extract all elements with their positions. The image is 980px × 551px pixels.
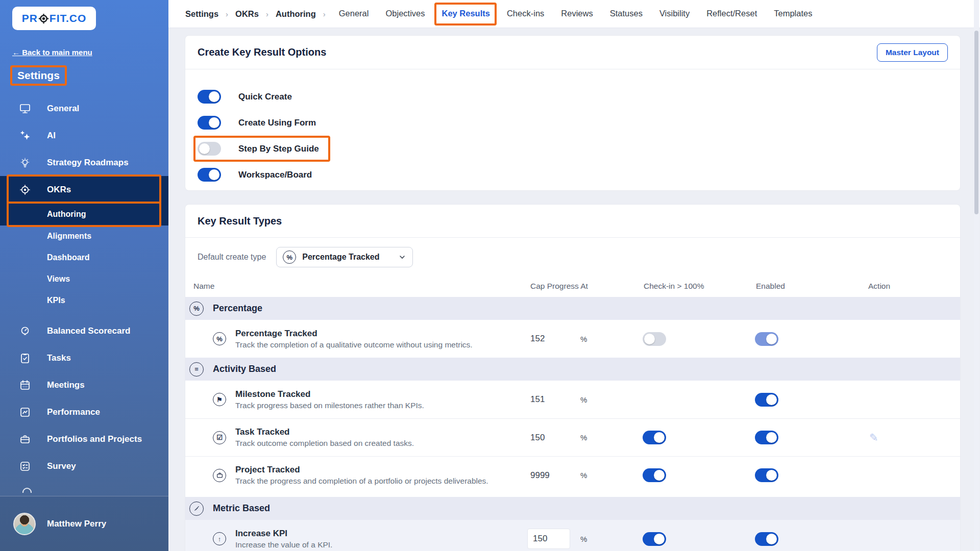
sidebar-nav: General AI Strategy Roadmaps xyxy=(0,95,168,480)
enabled-toggle[interactable] xyxy=(755,468,778,482)
sidebar-item-tasks[interactable]: Tasks xyxy=(0,344,168,371)
create-using-form-toggle[interactable] xyxy=(198,116,221,130)
row-name: Milestone Tracked xyxy=(235,389,424,399)
sidebar-item-ai[interactable]: AI xyxy=(0,122,168,149)
tab-statuses[interactable]: Statuses xyxy=(610,1,643,27)
row-name: Percentage Tracked xyxy=(235,329,473,339)
table-row-increase-kpi: ↑ Increase KPI Increase the value of a K… xyxy=(185,520,960,551)
row-description: Track progress based on milestones rathe… xyxy=(235,401,424,410)
cap-unit: % xyxy=(558,433,629,442)
sidebar-item-okrs[interactable]: OKRs xyxy=(0,176,168,203)
toggle-label: Quick Create xyxy=(238,92,292,102)
sidebar-item-label: OKRs xyxy=(47,185,71,195)
cap-unit: % xyxy=(558,395,629,404)
cap-unit: % xyxy=(558,471,629,480)
sidebar-item-balanced-scorecard[interactable]: Balanced Scorecard xyxy=(0,317,168,344)
sidebar-item-label: Survey xyxy=(47,461,76,471)
sidebar-subitem-authoring[interactable]: Authoring xyxy=(0,203,168,226)
tab-templates[interactable]: Templates xyxy=(774,1,812,27)
sidebar-item-meetings[interactable]: Meetings xyxy=(0,371,168,398)
workspace-board-toggle[interactable] xyxy=(198,168,221,182)
group-row-percentage: % Percentage xyxy=(185,297,960,320)
sidebar-subitem-views[interactable]: Views xyxy=(0,268,168,290)
group-row-activity-based: ≡ Activity Based xyxy=(185,358,960,381)
tab-check-ins[interactable]: Check-ins xyxy=(507,1,544,27)
tab-reflect-reset[interactable]: Reflect/Reset xyxy=(706,1,757,27)
sidebar-item-general[interactable]: General xyxy=(0,95,168,122)
col-header-name: Name xyxy=(185,282,512,291)
enabled-toggle[interactable] xyxy=(755,431,778,444)
checkin-toggle[interactable] xyxy=(643,332,666,346)
tab-general[interactable]: General xyxy=(339,1,369,27)
sidebar-item-label: AI xyxy=(47,131,56,141)
logo-text-post: FIT.CO xyxy=(50,12,87,24)
sidebar-subitem-alignments[interactable]: Alignments xyxy=(0,226,168,247)
user-profile[interactable]: Matthew Perry xyxy=(0,496,168,551)
group-title: Percentage xyxy=(213,303,262,314)
edit-pencil-icon[interactable]: ✎ xyxy=(869,432,878,443)
row-description: Track the completion of a qualitative ou… xyxy=(235,340,473,349)
toggle-label: Create Using Form xyxy=(238,118,316,128)
sidebar-subitem-label: Dashboard xyxy=(47,253,90,262)
tab-key-results[interactable]: Key Results xyxy=(442,1,489,27)
cap-unit: % xyxy=(558,535,629,543)
sidebar-item-survey[interactable]: Survey xyxy=(0,453,168,480)
breadcrumb-settings[interactable]: Settings xyxy=(185,9,218,19)
enabled-toggle[interactable] xyxy=(755,532,778,546)
sparkles-icon xyxy=(18,129,32,142)
chevron-down-icon xyxy=(399,254,405,260)
group-row-metric-based: Metric Based xyxy=(185,497,960,520)
checkin-toggle[interactable] xyxy=(643,468,666,482)
col-header-cap: Cap Progress At xyxy=(512,282,629,291)
default-create-type-label: Default create type xyxy=(198,253,266,262)
increase-arrow-icon: ↑ xyxy=(213,532,226,545)
sidebar-item-label: General xyxy=(47,104,79,114)
chart-line-icon xyxy=(18,406,32,419)
sidebar-subitem-dashboard[interactable]: Dashboard xyxy=(0,247,168,268)
cap-progress-value: 150 xyxy=(512,433,558,443)
row-name: Task Tracked xyxy=(235,427,414,437)
enabled-toggle[interactable] xyxy=(755,393,778,407)
sidebar-subitem-label: KPIs xyxy=(47,296,65,305)
col-header-action: Action xyxy=(854,282,960,291)
percentage-group-icon: % xyxy=(189,302,204,316)
sidebar-subitem-label: Authoring xyxy=(47,210,86,219)
tab-objectives[interactable]: Objectives xyxy=(385,1,425,27)
percentage-tracked-icon: % xyxy=(213,332,226,345)
checklist-icon xyxy=(18,460,32,473)
enabled-toggle[interactable] xyxy=(755,332,778,346)
settings-tabs: General Objectives Key Results Check-ins… xyxy=(339,1,813,27)
sidebar-item-portfolios-projects[interactable]: Portfolios and Projects xyxy=(0,425,168,453)
table-row-milestone-tracked: ⚑ Milestone Tracked Track progress based… xyxy=(185,381,960,418)
sidebar-item-label: Portfolios and Projects xyxy=(47,434,142,444)
breadcrumb-separator: › xyxy=(226,10,228,18)
breadcrumb-separator: › xyxy=(323,10,326,18)
sidebar-item-strategy-roadmaps[interactable]: Strategy Roadmaps xyxy=(0,149,168,176)
cap-progress-value: 152 xyxy=(512,334,558,344)
settings-title-highlight: Settings xyxy=(10,65,67,86)
checkin-toggle[interactable] xyxy=(643,532,666,546)
key-result-types-card: Key Result Types Default create type % P… xyxy=(185,204,961,551)
scrollbar-thumb[interactable] xyxy=(974,31,978,214)
step-by-step-guide-toggle[interactable] xyxy=(198,142,221,156)
milestone-flag-icon: ⚑ xyxy=(213,393,226,406)
back-to-main-menu-link[interactable]: ← Back to main menu xyxy=(12,48,92,57)
gauge-icon xyxy=(18,324,32,338)
col-header-enabled: Enabled xyxy=(742,282,854,291)
tab-reviews[interactable]: Reviews xyxy=(561,1,593,27)
quick-create-toggle[interactable] xyxy=(198,90,221,104)
breadcrumb-authoring[interactable]: Authoring xyxy=(276,9,316,19)
breadcrumb-okrs[interactable]: OKRs xyxy=(235,9,259,19)
card1-title: Create Key Result Options xyxy=(198,46,326,58)
sidebar-settings-title: Settings xyxy=(17,69,60,82)
master-layout-button[interactable]: Master Layout xyxy=(877,43,948,62)
row-description: Track outcome completion based on create… xyxy=(235,439,414,448)
default-create-type-dropdown[interactable]: % Percentage Tracked xyxy=(276,247,412,267)
task-check-icon: ☑ xyxy=(213,431,226,444)
sidebar-subitem-kpis[interactable]: KPIs xyxy=(0,290,168,311)
profitco-logo[interactable]: PR FIT.CO xyxy=(12,7,96,30)
sidebar-item-performance[interactable]: Performance xyxy=(0,398,168,425)
checkin-toggle[interactable] xyxy=(643,431,666,444)
avatar xyxy=(13,513,36,535)
tab-visibility[interactable]: Visibility xyxy=(659,1,690,27)
